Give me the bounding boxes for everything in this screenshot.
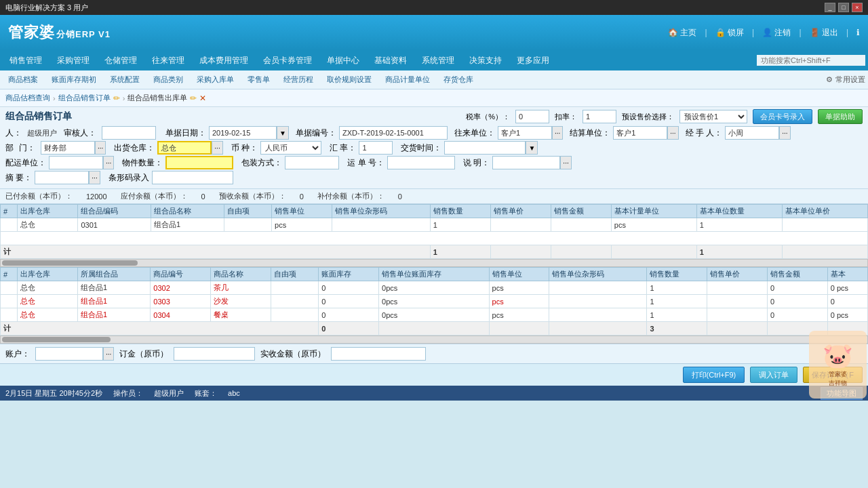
col2-product-code: 商品编号 xyxy=(151,268,211,281)
remarks-input[interactable] xyxy=(35,171,89,184)
nav-decision[interactable]: 决策支持 xyxy=(462,52,509,69)
nav-system[interactable]: 系统管理 xyxy=(415,52,461,69)
nav-docs[interactable]: 单据中心 xyxy=(320,52,366,69)
breadcrumb: 商品估档查询 › 组合品销售订单 ✏ › 组合品销售出库单 ✏ ✕ xyxy=(0,89,868,107)
nav-cost[interactable]: 成本费用管理 xyxy=(193,52,255,69)
table-row[interactable]: 总仓 组合品1 0303 沙发 0 0pcs pcs 1 0 0 xyxy=(1,295,868,308)
r1-code: 0302 xyxy=(151,281,211,295)
breadcrumb-item-3[interactable]: 组合品销售出库单 xyxy=(127,93,187,103)
col2-free: 自由项 xyxy=(271,268,318,281)
nav-data[interactable]: 基础资料 xyxy=(368,52,414,69)
dept-picker-btn[interactable]: ··· xyxy=(95,141,106,155)
sub-nav-purchase-in[interactable]: 采购入库单 xyxy=(191,73,239,86)
shipping-picker-btn[interactable]: ··· xyxy=(103,156,114,169)
print-btn[interactable]: 打印(Ctrl+F9) xyxy=(683,367,745,383)
tax-rate-input[interactable] xyxy=(515,110,549,123)
handler-label: 经 手 人： xyxy=(686,127,723,139)
date-input[interactable] xyxy=(209,126,277,140)
minimize-btn[interactable]: _ xyxy=(825,3,835,12)
breadcrumb-item-1[interactable]: 商品估档查询 xyxy=(5,93,50,103)
remarks-picker-btn[interactable]: ··· xyxy=(89,171,100,184)
partner-picker-btn[interactable]: ··· xyxy=(552,126,563,140)
settlement-picker-btn[interactable]: ··· xyxy=(667,126,678,140)
logout-link[interactable]: 👤 注销 xyxy=(762,27,791,39)
note-picker-btn[interactable]: ··· xyxy=(560,156,571,169)
handler-picker-btn[interactable]: ··· xyxy=(779,126,790,140)
item-count-input[interactable] xyxy=(165,156,233,169)
table-row[interactable]: 总仓 0301 组合品1 pcs 1 pcs 1 xyxy=(1,218,868,232)
approver-input[interactable] xyxy=(102,126,156,140)
date-picker-btn[interactable]: ▼ xyxy=(277,126,289,140)
warehouse-picker-btn[interactable]: ··· xyxy=(212,141,222,155)
discount-input[interactable] xyxy=(583,110,616,123)
edit-icon-1: ✏ xyxy=(113,94,120,103)
sub-nav-uom[interactable]: 商品计量单位 xyxy=(380,73,435,86)
ship-no-label: 运 单 号： xyxy=(347,157,384,169)
account-picker-btn[interactable]: ··· xyxy=(103,347,114,361)
delivery-time-btn[interactable]: ▼ xyxy=(526,141,538,155)
nav-sales[interactable]: 销售管理 xyxy=(3,52,49,69)
account-label: 账户： xyxy=(5,348,30,360)
sub-nav-retail[interactable]: 零售单 xyxy=(242,73,275,86)
dept-label: 门： xyxy=(19,142,35,154)
partner-input[interactable] xyxy=(498,126,552,140)
sub-nav-initial[interactable]: 账面库存期初 xyxy=(46,73,102,86)
nav-warehouse[interactable]: 仓储管理 xyxy=(98,52,144,69)
note-input[interactable] xyxy=(492,156,560,169)
close-tab-icon[interactable]: ✕ xyxy=(199,94,206,103)
import-btn[interactable]: 调入订单 xyxy=(750,367,797,383)
nav-more[interactable]: 更多应用 xyxy=(510,52,556,69)
exit-link[interactable]: 🚪 退出 xyxy=(810,27,838,39)
table-row[interactable]: 总仓 组合品1 0304 餐桌 0 0pcs pcs 1 0 0 pcs xyxy=(1,308,868,322)
sub-nav-history[interactable]: 经营历程 xyxy=(278,73,319,86)
ship-no-input[interactable] xyxy=(387,156,455,169)
breadcrumb-item-2[interactable]: 组合品销售订单 xyxy=(58,93,111,103)
dept-input[interactable] xyxy=(41,141,95,155)
maximize-btn[interactable]: □ xyxy=(838,3,849,12)
r2-qty: 1 xyxy=(647,295,707,308)
shipping-input[interactable] xyxy=(49,156,103,169)
nav-member[interactable]: 会员卡券管理 xyxy=(256,52,319,69)
top-scrollbar[interactable] xyxy=(0,259,868,267)
pack-input[interactable] xyxy=(285,156,339,169)
sub-nav-warehouse[interactable]: 存货仓库 xyxy=(438,73,479,86)
settlement-input[interactable] xyxy=(613,126,667,140)
currency-select[interactable]: 人民币 xyxy=(260,141,321,155)
col2-unit-code: 销售单位杂形码 xyxy=(549,268,647,281)
window-controls[interactable]: _ □ × xyxy=(825,3,863,12)
date-label: 单据日期： xyxy=(165,127,206,139)
order-no-input[interactable] xyxy=(339,126,448,140)
home-link[interactable]: 🏠 主页 xyxy=(668,27,696,39)
bottom-scrollbar[interactable] xyxy=(0,336,868,344)
account-input[interactable] xyxy=(35,347,103,361)
nav-purchase[interactable]: 采购管理 xyxy=(50,52,96,69)
sub-nav-category[interactable]: 商品类别 xyxy=(148,73,189,86)
sub-nav-pricing[interactable]: 取价规则设置 xyxy=(321,73,377,86)
delivery-time-input[interactable] xyxy=(444,141,526,155)
dept-field: ··· xyxy=(41,141,106,155)
scrollbar-thumb[interactable] xyxy=(2,260,138,266)
cell-combo-code: 0301 xyxy=(78,218,151,232)
price-select[interactable]: 预设售价1 xyxy=(679,110,747,123)
help-btn[interactable]: 单据助助 xyxy=(818,109,863,124)
bottom-scrollbar-thumb[interactable] xyxy=(2,337,111,342)
r2-code: 0303 xyxy=(151,295,211,308)
r1-stock: 0 xyxy=(319,281,379,295)
nav-search-input[interactable] xyxy=(757,55,865,66)
handler-input[interactable] xyxy=(725,126,779,140)
settings-btn[interactable]: ⚙ 常用设置 xyxy=(826,75,865,85)
exchange-input[interactable] xyxy=(359,141,393,155)
order-money-input[interactable] xyxy=(174,347,255,361)
received-input[interactable] xyxy=(331,347,426,361)
info-link[interactable]: ℹ xyxy=(856,28,860,37)
pack-label: 包装方式： xyxy=(241,157,282,169)
lock-link[interactable]: 🔒 锁屏 xyxy=(715,27,744,39)
table-row[interactable]: 总仓 组合品1 0302 茶几 0 0pcs pcs 1 0 0 pcs xyxy=(1,281,868,295)
close-btn[interactable]: × xyxy=(852,3,863,12)
barcode-input[interactable] xyxy=(152,171,233,184)
member-card-btn[interactable]: 会员卡号录入 xyxy=(753,109,812,124)
sub-nav-product[interactable]: 商品档案 xyxy=(3,73,43,86)
nav-partners[interactable]: 往来管理 xyxy=(145,52,191,69)
sub-nav-config[interactable]: 系统配置 xyxy=(104,73,145,86)
warehouse-input[interactable] xyxy=(157,141,212,155)
